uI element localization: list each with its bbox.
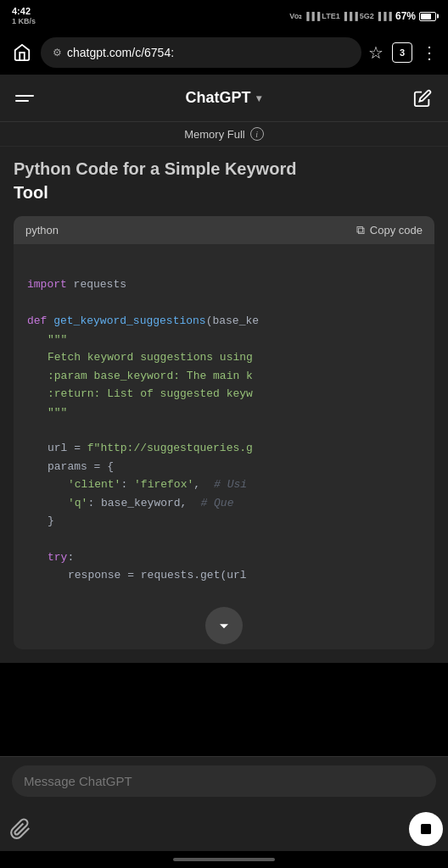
code-line: 'client': 'firefox',# Usi [27, 476, 421, 493]
menu-button[interactable] [15, 95, 34, 102]
edit-button[interactable] [412, 88, 433, 108]
code-language: python [25, 224, 59, 236]
send-button[interactable] [409, 812, 443, 846]
status-time: 4:42 1 KB/s [12, 6, 36, 26]
code-line: params = { [27, 458, 421, 476]
code-line: } [27, 512, 421, 530]
copy-code-button[interactable]: ⧉ Copy code [356, 223, 423, 237]
home-button[interactable] [10, 41, 34, 64]
info-icon[interactable]: i [250, 127, 264, 141]
code-block: python ⧉ Copy code import requests def g… [14, 216, 434, 649]
memory-banner: Memory Full i [0, 122, 448, 147]
menu-icon[interactable]: ⋮ [421, 42, 438, 63]
code-line: 'q': base_keyword,# Que [27, 494, 421, 512]
scroll-button-container [14, 598, 434, 649]
code-line: """ [27, 403, 421, 421]
code-content: import requests def get_keyword_suggesti… [14, 244, 434, 598]
code-line: try: [27, 548, 421, 566]
address-bar: ⚙ chatgpt.com/c/6754: ☆ 3 ⋮ [0, 31, 448, 75]
code-line: def get_keyword_suggestions(base_ke [27, 312, 421, 330]
status-right: Vo₂ ▐▐▐ LTE1 ▐▐▐ 5G2 ▐▐▐ 67% [289, 10, 436, 22]
home-bar [173, 858, 275, 861]
code-line: :return: List of suggested keyw [27, 385, 421, 403]
content-area: Python Code for a Simple Keyword Tool py… [0, 147, 448, 663]
battery-percent: 67% [395, 10, 416, 22]
code-header: python ⧉ Copy code [14, 216, 434, 244]
title-line2: Tool [14, 181, 434, 204]
message-input-row [12, 765, 436, 797]
code-line [27, 294, 421, 312]
code-line: Fetch keyword suggestions using [27, 348, 421, 366]
scroll-down-button[interactable] [205, 607, 243, 644]
code-line [27, 421, 421, 439]
signal-info: Vo₂ ▐▐▐ LTE1 ▐▐▐ 5G2 ▐▐▐ [289, 12, 392, 20]
memory-text: Memory Full [184, 128, 245, 141]
code-line: """ [27, 331, 421, 348]
input-area [0, 756, 448, 868]
message-input[interactable] [24, 774, 424, 788]
message-input-area [0, 756, 448, 804]
chat-header: ChatGPT ▾ [0, 75, 448, 122]
code-line [27, 531, 421, 548]
star-icon[interactable]: ☆ [368, 42, 384, 63]
url-text: chatgpt.com/c/6754: [67, 46, 350, 59]
svg-rect-0 [421, 824, 431, 834]
tab-count[interactable]: 3 [392, 42, 412, 63]
code-line: url = f"http://suggestqueries.g [27, 439, 421, 457]
copy-icon: ⧉ [356, 223, 365, 237]
bottom-actions [0, 804, 448, 851]
code-line: import requests [27, 275, 421, 293]
home-indicator [0, 851, 448, 868]
lock-icon: ⚙ [53, 47, 62, 58]
attach-button[interactable] [5, 814, 36, 844]
title-line1: Python Code for a Simple Keyword [14, 157, 434, 181]
status-bar: 4:42 1 KB/s Vo₂ ▐▐▐ LTE1 ▐▐▐ 5G2 ▐▐▐ 67% [0, 0, 448, 31]
chevron-down-icon: ▾ [256, 92, 261, 104]
battery-icon [419, 12, 436, 21]
code-line: :param base_keyword: The main k [27, 367, 421, 385]
chat-title[interactable]: ChatGPT ▾ [185, 89, 260, 107]
code-line [27, 258, 421, 275]
url-bar[interactable]: ⚙ chatgpt.com/c/6754: [41, 37, 361, 68]
code-line: response = requests.get(url [27, 566, 421, 584]
page-title: Python Code for a Simple Keyword Tool [14, 147, 434, 216]
browser-actions: ☆ 3 ⋮ [368, 42, 438, 63]
